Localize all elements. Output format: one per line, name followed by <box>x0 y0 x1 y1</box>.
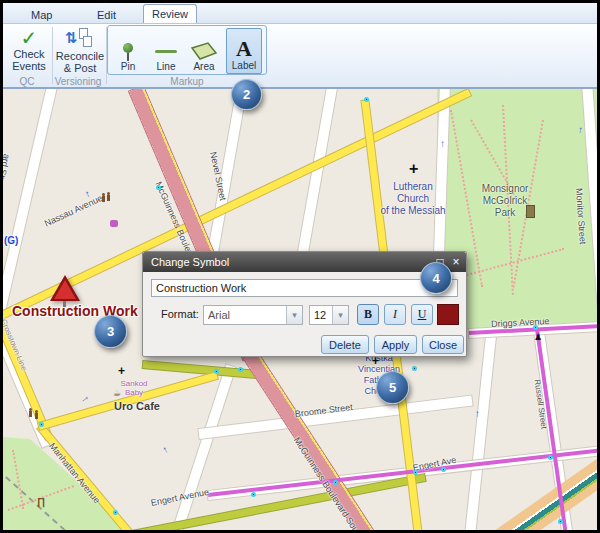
oneway-arrow-icon: ↑ <box>440 139 445 149</box>
chevron-down-icon[interactable]: ▾ <box>286 306 302 324</box>
color-swatch[interactable] <box>437 304 459 325</box>
font-family-select[interactable]: Arial ▾ <box>203 305 303 325</box>
group-label-versioning: Versioning <box>51 76 105 87</box>
pin-icon <box>123 43 133 53</box>
construction-marker-icon-inner <box>54 280 76 299</box>
poi-uro-cafe: Uro Cafe <box>107 400 167 412</box>
oneway-arrow-icon: ↑ <box>80 394 91 404</box>
junction-node[interactable] <box>533 325 538 330</box>
font-size-value: 12 <box>314 309 326 321</box>
change-symbol-dialog: Change Symbol □ × Format: Arial ▾ 12 ▾ B… <box>142 251 467 357</box>
area-tool-label: Area <box>193 61 214 72</box>
font-size-select[interactable]: 12 ▾ <box>309 305 349 325</box>
reconcile-icon: ⇅ <box>65 28 95 50</box>
street-label: ard Street <box>3 153 12 194</box>
monument-icon <box>526 205 535 218</box>
close-icon[interactable]: × <box>448 252 464 272</box>
apply-button[interactable]: Apply <box>374 335 417 354</box>
junction-node[interactable] <box>251 492 256 497</box>
junction-node[interactable] <box>412 366 417 371</box>
tree-icon <box>29 411 32 417</box>
junction-node[interactable] <box>413 470 418 475</box>
junction-node[interactable] <box>39 422 44 427</box>
document-icon <box>83 36 92 47</box>
church-cross-icon: + <box>118 365 125 377</box>
italic-button[interactable]: I <box>384 304 406 325</box>
callout-badge-5: 5 <box>376 371 409 404</box>
markup-group-box: Pin Line Area A Label <box>107 25 267 75</box>
tab-review[interactable]: Review <box>143 4 197 23</box>
label-tool-label: Label <box>232 60 256 71</box>
font-family-value: Arial <box>208 309 230 321</box>
pin-tool-button[interactable]: Pin <box>110 28 146 74</box>
reconcile-label2: & Post <box>64 62 96 74</box>
tree-icon <box>107 195 110 201</box>
road <box>296 89 338 265</box>
chevron-down-icon[interactable]: ▾ <box>332 306 348 324</box>
road <box>455 335 496 530</box>
junction-node[interactable] <box>238 367 243 372</box>
line-tool-label: Line <box>157 61 176 72</box>
statue-icon: ♟ <box>534 333 542 342</box>
road <box>198 396 472 439</box>
junction-node[interactable] <box>113 510 118 515</box>
junction-node[interactable] <box>441 467 446 472</box>
junction-node[interactable] <box>548 455 553 460</box>
label-tool-button[interactable]: A Label <box>226 28 262 74</box>
delete-button[interactable]: Delete <box>321 335 369 354</box>
label-icon: A <box>236 38 252 60</box>
callout-badge-2: 2 <box>231 79 262 110</box>
symbol-text-input[interactable] <box>151 279 458 297</box>
junction-node[interactable] <box>364 97 369 102</box>
pin-icon-stem <box>127 53 129 61</box>
tree-icon <box>102 196 105 202</box>
ribbon: ✓ Check Events QC ⇅ Reconcile & Post Ver… <box>3 24 597 87</box>
line-icon <box>155 50 177 53</box>
line-tool-button[interactable]: Line <box>148 28 184 74</box>
app-window: Map Edit Review ✓ Check Events QC ⇅ Reco… <box>0 0 600 533</box>
bold-button[interactable]: B <box>357 304 379 325</box>
dialog-titlebar[interactable]: Change Symbol <box>143 252 466 272</box>
oneway-arrow-icon: ↑ <box>83 188 91 199</box>
subway-station-label: (G) <box>4 235 18 246</box>
oneway-arrow-icon: ↑ <box>161 444 170 455</box>
callout-badge-3: 3 <box>94 315 127 348</box>
underline-button[interactable]: U <box>411 304 433 325</box>
junction-node[interactable] <box>558 519 563 524</box>
format-label: Format: <box>161 308 199 320</box>
area-tool-button[interactable]: Area <box>186 28 222 74</box>
cafe-cup-icon: ☕ <box>113 389 121 398</box>
reconcile-post-button[interactable]: ⇅ Reconcile & Post <box>55 28 105 74</box>
check-events-label2: Events <box>12 60 46 72</box>
tree-icon <box>35 413 38 419</box>
poi-lutheran-church: LutheranChurchof the Messiah <box>358 181 468 217</box>
junction-node[interactable] <box>214 369 219 374</box>
oneway-arrow-icon: ↑ <box>475 409 480 419</box>
pin-tool-label: Pin <box>121 61 135 72</box>
church-cross-icon: + <box>409 161 418 177</box>
road-engert <box>100 474 425 530</box>
check-events-button[interactable]: ✓ Check Events <box>9 28 49 72</box>
junction-node[interactable] <box>156 185 161 190</box>
check-events-label1: Check <box>13 48 44 60</box>
street-label: Nassau Avenue <box>43 193 104 229</box>
check-icon: ✓ <box>21 28 38 48</box>
playground-icon: ∏ <box>37 497 45 507</box>
callout-badge-4: 4 <box>420 262 452 294</box>
shop-icon <box>110 220 118 227</box>
area-icon <box>190 41 218 61</box>
tab-edit[interactable]: Edit <box>89 6 124 24</box>
close-button[interactable]: Close <box>422 335 464 354</box>
tab-map[interactable]: Map <box>23 6 60 24</box>
group-label-qc: QC <box>3 76 51 87</box>
reconcile-label1: Reconcile <box>56 50 104 62</box>
junction-node[interactable] <box>333 480 338 485</box>
route-engert <box>208 448 597 497</box>
ribbon-tabstrip: Map Edit Review <box>3 3 597 24</box>
